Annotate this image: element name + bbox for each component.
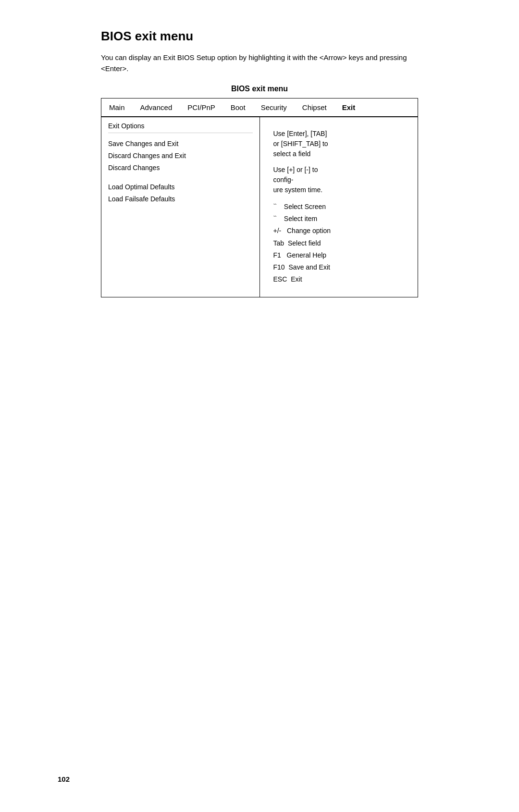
menu-item-advanced[interactable]: Advanced (137, 102, 175, 112)
key-f1-symbol: F1 (273, 249, 281, 261)
key-row-change: +/- Change option (273, 225, 332, 237)
key-f10-symbol: F10 (273, 261, 285, 273)
menu-item-chipset[interactable]: Chipset (299, 102, 330, 112)
key-change-symbol: +/- (273, 225, 282, 237)
key-item-symbol: `` (273, 213, 277, 225)
key-change-label: Change option (283, 225, 331, 237)
key-row-tab: Tab Select field (273, 237, 332, 249)
key-help-list: `` Select Screen `` Select item +/- Chan… (273, 201, 332, 285)
exit-option-discard-exit[interactable]: Discard Changes and Exit (108, 150, 253, 162)
page-title: BIOS exit menu (101, 29, 418, 44)
exit-option-optimal[interactable]: Load Optimal Defaults (108, 181, 253, 193)
key-screen-symbol: `` (273, 201, 277, 213)
key-item-label: Select item (278, 213, 317, 225)
key-screen-label: Select Screen (278, 201, 326, 213)
menu-item-boot[interactable]: Boot (228, 102, 248, 112)
key-row-f1: F1 General Help (273, 249, 332, 261)
key-row-esc: ESC Exit (273, 273, 332, 285)
help-text-1: Use [Enter], [TAB] or [SHIFT_TAB] to sel… (273, 129, 332, 159)
key-tab-label: Select field (286, 237, 321, 249)
page-description: You can display an Exit BIOS Setup optio… (101, 52, 418, 74)
bios-menu-table: Main Advanced PCI/PnP Boot Security Chip… (101, 98, 418, 297)
key-esc-label: Exit (289, 273, 302, 285)
bios-menu-bar: Main Advanced PCI/PnP Boot Security Chip… (101, 98, 418, 117)
menu-item-exit[interactable]: Exit (339, 102, 358, 112)
key-f10-label: Save and Exit (287, 261, 330, 273)
help-text-2: Use [+] or [-] to config-ure system time… (273, 165, 332, 195)
key-row-item: `` Select item (273, 213, 332, 225)
menu-item-security[interactable]: Security (258, 102, 290, 112)
menu-item-pcinp[interactable]: PCI/PnP (185, 102, 218, 112)
page-number: 102 (58, 775, 70, 783)
section-label: BIOS exit menu (101, 85, 418, 93)
exit-options-group-2: Load Optimal Defaults Load Failsafe Defa… (108, 181, 253, 205)
menu-item-main[interactable]: Main (106, 102, 128, 112)
key-row-f10: F10 Save and Exit (273, 261, 332, 273)
exit-option-discard[interactable]: Discard Changes (108, 162, 253, 174)
exit-options-group-1: Save Changes and Exit Discard Changes an… (108, 138, 253, 174)
key-tab-symbol: Tab (273, 237, 284, 249)
right-help-panel: Use [Enter], [TAB] or [SHIFT_TAB] to sel… (267, 123, 339, 291)
exit-option-save[interactable]: Save Changes and Exit (108, 138, 253, 150)
key-row-screen: `` Select Screen (273, 201, 332, 213)
key-esc-symbol: ESC (273, 273, 287, 285)
left-section-title: Exit Options (108, 122, 253, 133)
exit-option-failsafe[interactable]: Load Failsafe Defaults (108, 193, 253, 205)
key-f1-label: General Help (283, 249, 326, 261)
